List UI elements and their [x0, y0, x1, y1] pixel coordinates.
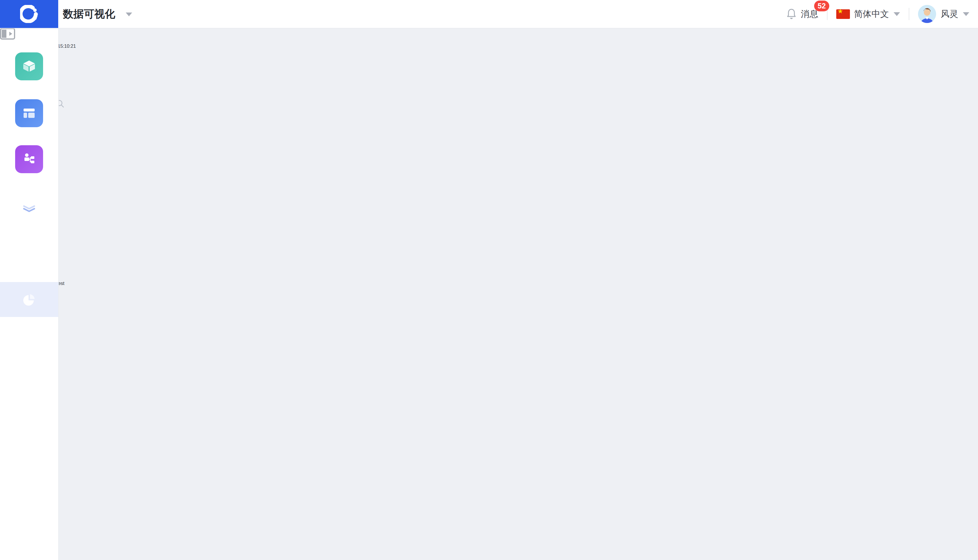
bar-chart: 0102030405060商品5商品5商品4商品4商品3商品3商品2商品2商品1… [0, 427, 978, 560]
flag-icon: ★ [836, 9, 850, 19]
tree-item[interactable]: 测试 [0, 199, 978, 218]
tree-item[interactable]: 订单下单分析 [0, 295, 978, 314]
app-title-caret-icon[interactable] [126, 12, 132, 17]
group-tree: 演示导出1演示部署zbhcsxiaoxiao测试cl测试冠云柱状图yinshi积… [0, 122, 978, 409]
pie-chart-icon[interactable] [15, 286, 43, 314]
chart-title-row: test标题 [0, 415, 978, 427]
top-header: 数据可视化 消息 52 ★ 简体中文 [0, 0, 978, 28]
tree-item[interactable]: cl测试 [0, 218, 978, 237]
create-group-button[interactable]: 创建一级分组 [0, 110, 978, 122]
avatar [918, 5, 936, 23]
y-axis-tick-label: 50 [0, 453, 978, 458]
update-hint: 发布后有更新图表内容 [0, 50, 978, 56]
messages-badge: 52 [814, 1, 829, 12]
y-axis-tick-label: 0 [0, 427, 978, 432]
layers-icon[interactable] [15, 192, 43, 220]
cube-icon[interactable] [15, 52, 43, 80]
chart-tree-panel: 创建一级分组 演示导出1演示部署zbhcsxiaoxiao测试cl测试冠云柱状图… [0, 99, 978, 409]
user-caret-icon [963, 12, 969, 16]
publish-status-bar: 已发布 查看 最近发布时间：2025-01-20 15:10:21 发布后有更新… [0, 25, 978, 99]
left-icon-rail [0, 28, 59, 560]
user-menu[interactable]: 风灵 [918, 5, 969, 23]
bell-icon [786, 8, 796, 20]
y-axis-line [0, 463, 978, 560]
y-axis-tick-label: 20 [0, 437, 978, 442]
search-field[interactable] [0, 99, 978, 110]
app-logo[interactable] [0, 0, 58, 28]
tree-item[interactable]: 演示导出1 [0, 122, 978, 141]
y-axis-tick-label: 40 [0, 448, 978, 453]
tree-item[interactable]: 积分发放分析 [0, 370, 978, 390]
username-label: 风灵 [941, 8, 958, 20]
tree-item[interactable]: 商品购买金额分析 [0, 314, 978, 351]
tree-item[interactable]: xiaoxiao [0, 180, 978, 199]
tree-item[interactable]: 一级分组demo [0, 390, 978, 409]
orgchart-icon[interactable] [15, 145, 43, 173]
tree-item[interactable]: yinshi [0, 257, 978, 276]
collapse-panel-icon[interactable] [0, 28, 58, 41]
tree-item[interactable]: 冠云柱状图 [0, 237, 978, 257]
layout-icon[interactable] [15, 99, 43, 127]
shuffle-icon[interactable] [15, 332, 43, 360]
notifications[interactable]: 消息 52 [786, 8, 818, 20]
app-logo-icon [20, 5, 38, 23]
tree-item[interactable]: 积分发放综合分析-test [0, 276, 978, 295]
chart-detail-card: test标题 0102030405060商品5商品5商品4商品4商品3商品3商品… [0, 415, 978, 560]
y-axis-tick-label: 60 [0, 458, 978, 463]
language-label: 简体中文 [854, 8, 889, 20]
annotation-text: 隐藏/可见 [0, 409, 978, 415]
view-link[interactable]: 查看 [0, 37, 978, 43]
page-title: 数据可视化 [63, 0, 115, 28]
language-caret-icon [894, 12, 900, 16]
tree-item[interactable]: zbhcs [0, 160, 978, 180]
divider [909, 8, 909, 20]
ai-icon[interactable] [15, 239, 43, 267]
last-publish-time: 最近发布时间：2025-01-20 15:10:21 [0, 43, 978, 50]
y-axis-tick-label: 10 [0, 432, 978, 437]
tree-item[interactable]: 演示部署 [0, 141, 978, 160]
language-selector[interactable]: ★ 简体中文 [836, 8, 900, 20]
y-axis-tick-label: 30 [0, 442, 978, 448]
